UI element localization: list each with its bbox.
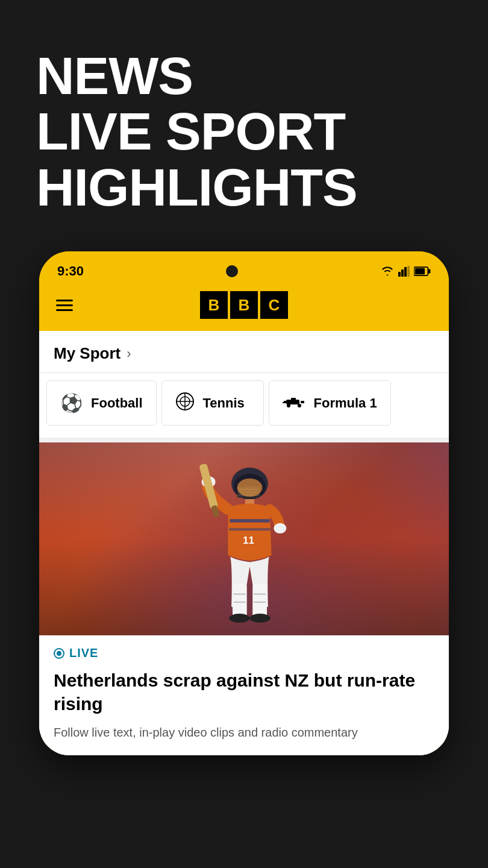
svg-rect-30	[233, 584, 247, 618]
bbc-logo-container: B B C	[73, 291, 415, 319]
svg-rect-5	[415, 268, 425, 275]
svg-rect-13	[301, 401, 304, 403]
sport-tile-tennis[interactable]: Tennis	[161, 380, 264, 426]
svg-rect-17	[283, 402, 285, 403]
cricket-player-figure: 11	[187, 452, 301, 635]
svg-point-15	[298, 404, 301, 407]
hero-section: NEWS LIVE SPORT HIGHLIGHTS	[0, 0, 488, 239]
article-section: 11 LIVE Netherlands scrap against NZ but…	[39, 442, 449, 755]
bbc-letter-b1: B	[200, 291, 228, 319]
my-sport-label: My Sport	[54, 344, 120, 363]
phone-frame: 9:30	[39, 251, 449, 755]
hamburger-menu-button[interactable]	[56, 300, 73, 311]
svg-rect-6	[428, 269, 431, 274]
hamburger-line-3	[56, 309, 73, 311]
bbc-letter-b2: B	[230, 291, 258, 319]
camera-notch	[226, 265, 238, 277]
svg-point-24	[237, 479, 263, 497]
svg-rect-1	[401, 269, 404, 277]
hamburger-line-1	[56, 300, 73, 301]
svg-rect-16	[291, 398, 296, 401]
article-summary: Follow live text, in-play video clips an…	[39, 724, 449, 755]
chevron-right-icon: ›	[127, 346, 131, 362]
status-bar: 9:30	[39, 251, 449, 285]
status-time: 9:30	[57, 263, 84, 279]
svg-text:11: 11	[243, 535, 255, 546]
svg-point-14	[287, 404, 290, 407]
svg-rect-0	[398, 272, 401, 277]
svg-rect-3	[407, 266, 410, 277]
hamburger-line-2	[56, 304, 73, 306]
status-icons	[380, 266, 431, 277]
live-indicator-circle	[54, 648, 64, 659]
hero-line-3: HIGHLIGHTS	[36, 160, 452, 215]
tennis-icon	[175, 392, 195, 414]
my-sport-header[interactable]: My Sport ›	[39, 331, 449, 373]
svg-rect-2	[404, 267, 407, 277]
bbc-letter-c: C	[260, 291, 288, 319]
sport-tile-formula1[interactable]: Formula 1	[269, 380, 391, 426]
formula1-label: Formula 1	[314, 395, 377, 411]
formula1-icon	[283, 394, 305, 412]
tennis-label: Tennis	[203, 395, 245, 411]
hero-title: NEWS LIVE SPORT HIGHLIGHTS	[36, 48, 452, 215]
sport-tile-football[interactable]: ⚽ Football	[46, 380, 157, 426]
bbc-logo[interactable]: B B C	[200, 291, 288, 319]
football-label: Football	[91, 395, 143, 411]
sport-tiles-row: ⚽ Football Tennis	[39, 373, 449, 438]
svg-point-27	[274, 523, 286, 533]
svg-point-36	[229, 614, 249, 623]
live-badge: LIVE	[39, 635, 449, 665]
phone-content: My Sport › ⚽ Football Tennis	[39, 331, 449, 755]
article-image: 11	[39, 442, 449, 635]
hero-line-2: LIVE SPORT	[36, 104, 452, 159]
signal-icon	[398, 266, 410, 277]
hero-line-1: NEWS	[36, 48, 452, 104]
svg-rect-31	[252, 584, 267, 618]
svg-rect-28	[199, 464, 219, 510]
battery-icon	[414, 266, 431, 277]
wifi-icon	[380, 266, 395, 277]
live-label: LIVE	[69, 646, 98, 660]
football-icon: ⚽	[60, 394, 83, 412]
nav-bar: B B C	[39, 285, 449, 331]
svg-point-37	[250, 614, 271, 623]
article-title[interactable]: Netherlands scrap against NZ but run-rat…	[39, 665, 449, 724]
